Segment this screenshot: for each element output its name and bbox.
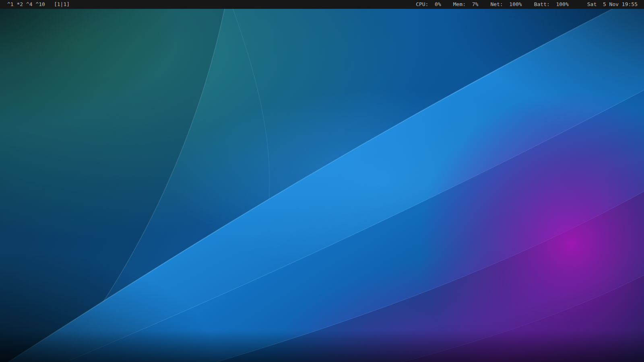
mem-stat: Mem: 7% [453, 0, 479, 9]
desktop-wallpaper [0, 9, 644, 362]
tag-indicators[interactable]: ^1 *2 ^4 ^10 [7, 0, 45, 9]
batt-stat: Batt: 100% [534, 0, 569, 9]
system-stats: CPU: 0% Mem: 7% Net: 100% Batt: 100% Sat… [416, 0, 638, 9]
wallpaper-art [0, 9, 644, 362]
clock: Sat 5 Nov 19:55 [587, 0, 638, 9]
cpu-stat: CPU: 0% [416, 0, 441, 9]
workspace-area: ^1 *2 ^4 ^10 [1|1] [7, 0, 70, 9]
net-stat: Net: 100% [490, 0, 522, 9]
layout-indicator[interactable]: [1|1] [54, 0, 70, 9]
status-bar: ^1 *2 ^4 ^10 [1|1] CPU: 0% Mem: 7% Net: … [0, 0, 644, 9]
